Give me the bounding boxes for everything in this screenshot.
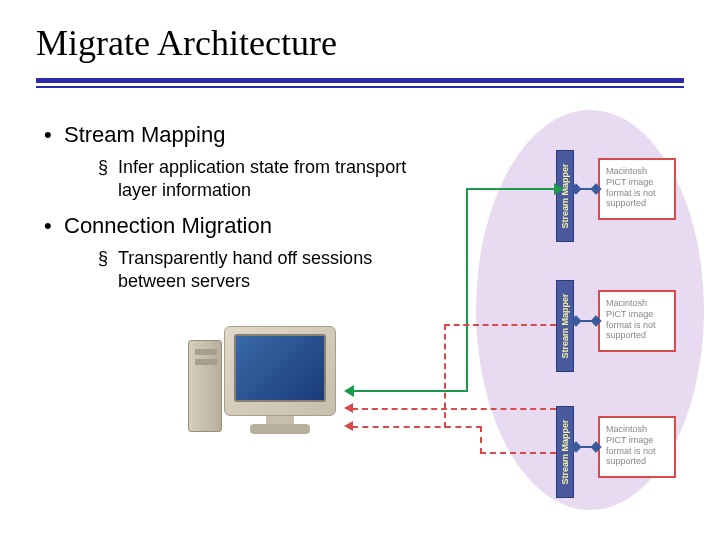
green-line [352,390,468,392]
red-dashed-line [352,426,482,428]
stream-mapper-label-1: Stream Mapper [560,163,570,228]
arrow-left-icon [344,403,353,413]
title-underline-thick [36,78,684,83]
subbullet-handoff: Transparently hand off sessions between … [98,247,444,292]
stream-mapper-box-3: Stream Mapper [556,406,574,498]
pict-placeholder-1: Macintosh PICT image format is not suppo… [598,158,676,220]
computer-icon [180,320,350,448]
green-line [466,188,468,392]
stream-mapper-label-2: Stream Mapper [560,293,570,358]
arrow-left-icon [344,421,353,431]
bullet-stream-mapping: Stream Mapping [44,122,444,148]
subbullet-infer-state: Infer application state from transport l… [98,156,444,201]
title-underline-thin [36,86,684,88]
monitor-base [250,424,310,434]
red-dashed-line [444,324,446,428]
pict-placeholder-3: Macintosh PICT image format is not suppo… [598,416,676,478]
pict-placeholder-2: Macintosh PICT image format is not suppo… [598,290,676,352]
computer-tower [188,340,222,432]
monitor-screen [234,334,326,402]
arrow-left-icon [344,385,354,397]
bullet-connection-migration: Connection Migration [44,213,444,239]
red-dashed-line [480,426,482,454]
stream-mapper-box-1: Stream Mapper [556,150,574,242]
stream-mapper-box-2: Stream Mapper [556,280,574,372]
stream-mapper-label-3: Stream Mapper [560,419,570,484]
slide-title: Migrate Architecture [0,0,720,64]
content-area: Stream Mapping Infer application state f… [44,112,444,304]
arrow-right-icon [554,183,564,195]
